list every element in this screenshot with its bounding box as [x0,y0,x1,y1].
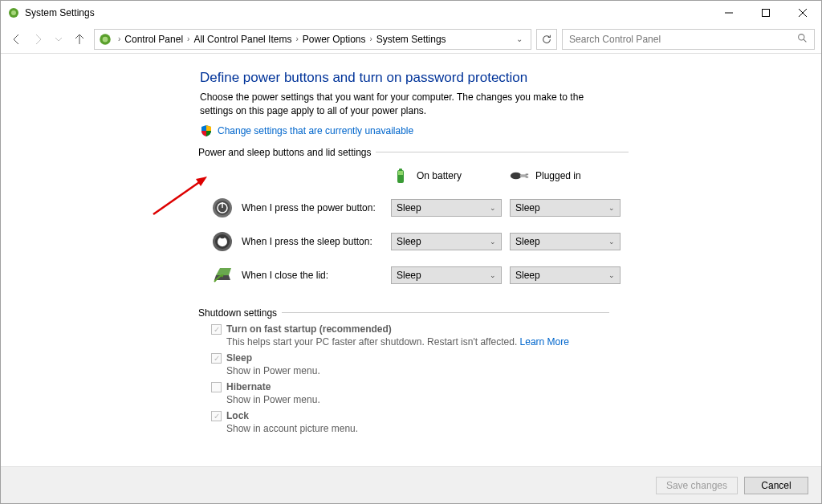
back-button[interactable] [7,30,26,49]
learn-more-link[interactable]: Learn More [520,336,569,348]
svg-line-9 [804,39,806,42]
row-lid-label: When I close the lid: [242,270,391,281]
lock-desc: Show in account picture menu. [226,423,609,434]
lid-battery-combo[interactable]: Sleep⌄ [391,266,502,284]
hibernate-label: Hibernate [226,381,271,392]
svg-point-1 [11,10,16,15]
svg-rect-3 [763,10,770,17]
shield-icon [200,124,213,137]
col-header-battery: On battery [391,166,510,185]
navbar: › Control Panel › All Control Panel Item… [1,25,821,54]
chevron-right-icon: › [116,35,123,43]
save-button[interactable]: Save changes [656,477,738,494]
col-header-plugged: Plugged in [510,166,629,185]
sleep-checkbox[interactable] [211,353,222,364]
row-sleep-button: When I press the sleep button: Sleep⌄ Sl… [200,230,629,253]
maximize-button[interactable] [747,1,784,25]
lid-icon [211,264,234,287]
fieldset-legend-2: Shutdown settings [198,307,282,319]
chevron-down-icon: ⌄ [608,204,615,212]
refresh-button[interactable] [536,29,557,50]
hibernate-checkbox[interactable] [211,382,222,392]
row-power-label: When I press the power button: [242,202,391,213]
window: System Settings › Control Panel › All Co… [0,0,822,504]
window-controls [710,1,821,25]
address-dropdown-icon[interactable]: ⌄ [511,35,527,43]
svg-point-7 [103,36,108,42]
svg-rect-18 [526,176,528,177]
chevron-right-icon: › [368,35,375,43]
location-icon [98,32,112,47]
up-button[interactable] [70,30,89,49]
plug-icon [510,170,529,181]
power-battery-combo[interactable]: Sleep⌄ [391,199,502,217]
sleep-button-icon [211,230,234,253]
chevron-right-icon: › [185,35,192,43]
fast-startup-desc: This helps start your PC faster after sh… [226,336,609,348]
chevron-down-icon: ⌄ [608,238,615,246]
chevron-down-icon: ⌄ [490,238,496,246]
chevron-down-icon: ⌄ [490,271,496,279]
svg-rect-17 [526,173,528,175]
svg-point-8 [799,34,804,39]
app-icon [7,6,20,19]
lock-row: Lock [211,410,609,421]
fast-startup-row: Turn on fast startup (recommended) [211,323,609,335]
close-button[interactable] [784,1,821,25]
svg-rect-14 [398,171,403,175]
hibernate-row: Hibernate [211,381,609,392]
sleep-label: Sleep [226,352,252,364]
recent-dropdown[interactable] [49,30,68,49]
col-plugged-label: Plugged in [535,170,581,181]
sleep-battery-combo[interactable]: Sleep⌄ [391,233,502,250]
battery-icon [391,166,410,185]
fast-startup-label: Turn on fast startup (recommended) [226,323,392,335]
fieldset-legend-1: Power and sleep buttons and lid settings [198,147,376,158]
cancel-button[interactable]: Cancel [744,477,808,494]
breadcrumb-system-settings[interactable]: System Settings [375,34,448,45]
search-input[interactable] [569,34,797,45]
svg-rect-13 [399,169,402,171]
lock-checkbox[interactable] [211,411,222,421]
breadcrumb-power-options[interactable]: Power Options [301,34,368,45]
page-title: Define power buttons and turn on passwor… [200,70,609,86]
page-description: Choose the power settings that you want … [200,91,609,118]
minimize-button[interactable] [710,1,747,25]
search-box[interactable] [562,29,815,50]
change-settings-link[interactable]: Change settings that are currently unava… [218,125,413,136]
svg-point-15 [511,172,522,179]
row-power-button: When I press the power button: Sleep⌄ Sl… [200,197,629,219]
shutdown-fieldset: Shutdown settings Turn on fast startup (… [200,307,609,439]
chevron-right-icon: › [293,35,300,43]
power-button-icon [211,197,234,219]
breadcrumb-control-panel[interactable]: Control Panel [123,34,185,45]
col-battery-label: On battery [417,170,462,181]
row-sleep-label: When I press the sleep button: [242,236,391,247]
fast-startup-checkbox[interactable] [211,324,222,335]
change-settings-link-row: Change settings that are currently unava… [200,124,609,137]
footer: Save changes Cancel [1,466,821,503]
lock-label: Lock [226,410,249,421]
window-title: System Settings [25,7,95,18]
chevron-down-icon: ⌄ [608,271,615,279]
sleep-row: Sleep [211,352,609,364]
power-plugged-combo[interactable]: Sleep⌄ [510,199,621,217]
hibernate-desc: Show in Power menu. [226,394,609,405]
search-icon [797,33,808,46]
content-area: Define power buttons and turn on passwor… [1,54,821,466]
forward-button[interactable] [28,30,47,49]
titlebar: System Settings [1,1,821,25]
power-sleep-fieldset: Power and sleep buttons and lid settings… [200,147,629,298]
sleep-desc: Show in Power menu. [226,365,609,376]
lid-plugged-combo[interactable]: Sleep⌄ [510,266,621,284]
breadcrumb-all-items[interactable]: All Control Panel Items [192,34,293,45]
svg-line-10 [153,179,204,214]
row-lid: When I close the lid: Sleep⌄ Sleep⌄ [200,264,629,287]
address-bar[interactable]: › Control Panel › All Control Panel Item… [94,29,531,50]
sleep-plugged-combo[interactable]: Sleep⌄ [510,233,621,250]
chevron-down-icon: ⌄ [490,204,496,212]
